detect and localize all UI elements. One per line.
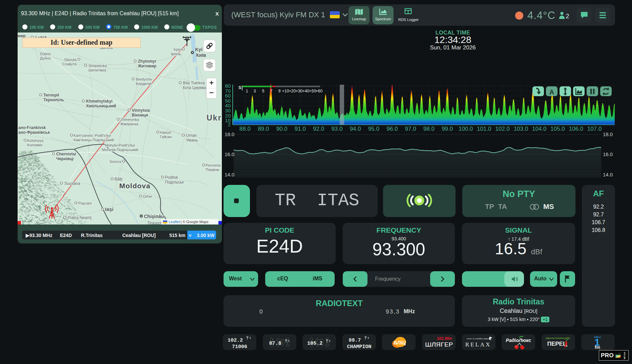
- svg-text:101.9fm: 101.9fm: [437, 336, 452, 341]
- svg-text:103.0: 103.0: [514, 126, 528, 132]
- svg-text:Chişinău: Chişinău: [144, 214, 164, 219]
- svg-text:100.0: 100.0: [459, 126, 473, 132]
- svg-text:107.0: 107.0: [587, 126, 602, 132]
- svg-text:2: 2: [228, 122, 231, 127]
- svg-text:Шепетівка: Шепетівка: [88, 68, 106, 72]
- svg-text:1: 1: [246, 89, 248, 93]
- svg-text:Kam'yanets'-Podil's'kyi: Kam'yanets'-Podil's'kyi: [73, 133, 111, 137]
- svg-text:Bila Tserkva: Bila Tserkva: [183, 81, 205, 85]
- svg-text:ПЕРЕЦ: ПЕРЕЦ: [547, 341, 567, 347]
- svg-text:Ukra: Ukra: [207, 113, 222, 122]
- svg-text:+50: +50: [309, 89, 316, 93]
- svg-text:Soroca: Soroca: [109, 159, 122, 164]
- svg-text:Haisyn: Haisyn: [160, 130, 171, 134]
- svg-text:1: 1: [329, 339, 331, 342]
- svg-text:18.0: 18.0: [603, 131, 613, 137]
- svg-text:Podilsk: Podilsk: [165, 175, 178, 180]
- svg-text:Moldova: Moldova: [119, 182, 150, 190]
- svg-text:Tiraspol: Tiraspol: [147, 221, 162, 224]
- svg-text:9: 9: [278, 89, 281, 93]
- svg-text:Житомир: Житомир: [138, 64, 156, 68]
- svg-text:RELAX: RELAX: [465, 341, 491, 348]
- svg-text:14.0: 14.0: [225, 172, 234, 177]
- svg-text:89.0: 89.0: [258, 126, 269, 132]
- svg-text:Paşcani: Paşcani: [78, 201, 91, 205]
- svg-text:Piatra Neamţ: Piatra Neamţ: [68, 215, 92, 220]
- svg-text:ШЛЯГЕР: ШЛЯГЕР: [425, 341, 453, 348]
- svg-text:Бердичів: Бердичів: [136, 82, 151, 86]
- svg-text:94.0: 94.0: [350, 126, 361, 132]
- svg-text:1: 1: [249, 336, 251, 339]
- svg-text:Mohyliv-Podil's'kyi: Mohyliv-Podil's'kyi: [105, 143, 135, 147]
- svg-text:Bălţi: Bălţi: [114, 177, 122, 181]
- svg-text:| © Google Maps: | © Google Maps: [181, 220, 209, 224]
- svg-text:1: 1: [288, 339, 290, 342]
- svg-text:Київ: Київ: [196, 52, 206, 58]
- svg-text:ано-Франківськ: ано-Франківськ: [18, 130, 50, 135]
- svg-text:16.0: 16.0: [603, 151, 613, 157]
- svg-text:Коломия: Коломия: [27, 143, 42, 147]
- svg-text:+30: +30: [296, 89, 303, 93]
- svg-text:3: 3: [254, 89, 256, 93]
- svg-text:+60: +60: [316, 89, 323, 93]
- svg-text:106.0: 106.0: [569, 126, 584, 132]
- svg-text:18.0: 18.0: [225, 131, 234, 137]
- svg-text:Умань: Умань: [186, 138, 198, 143]
- svg-text:Ірпінь: Ірпінь: [171, 52, 181, 56]
- svg-text:96.0: 96.0: [386, 126, 398, 132]
- svg-text:Біла Церква: Біла Церква: [183, 85, 206, 90]
- svg-text:101.0: 101.0: [477, 126, 491, 132]
- svg-text:Тернопіль: Тернопіль: [43, 98, 64, 102]
- svg-text:TV: TV: [616, 355, 620, 358]
- svg-text:Первом: Первом: [206, 168, 219, 172]
- svg-text:Жмеринка: Жмеринка: [120, 122, 139, 126]
- svg-text:Slavuta: Slavuta: [64, 58, 77, 62]
- svg-text:14.0: 14.0: [603, 172, 613, 177]
- svg-text:Kyi: Kyi: [195, 47, 203, 52]
- svg-text:Leaflet: Leaflet: [169, 220, 180, 224]
- svg-text:Хмельницький: Хмельницький: [86, 104, 116, 108]
- svg-text:Могилів-Подільський: Могилів-Подільський: [102, 148, 138, 152]
- svg-text:Irpin: Irpin: [174, 47, 181, 51]
- svg-text:Чернівці: Чернівці: [56, 156, 73, 161]
- svg-text:S: S: [238, 85, 241, 90]
- svg-text:97.0: 97.0: [405, 126, 416, 132]
- svg-text:Zhmerynka: Zhmerynka: [120, 117, 139, 122]
- svg-text:Iaşi: Iaşi: [105, 206, 113, 212]
- svg-text:88.0: 88.0: [239, 126, 251, 132]
- svg-text:95.0: 95.0: [368, 126, 379, 132]
- svg-text:Berdychiv: Berdychiv: [136, 77, 152, 81]
- svg-text:102.0: 102.0: [495, 126, 510, 132]
- svg-text:Chernivtsi: Chernivtsi: [56, 152, 76, 156]
- svg-text:Shepetivka: Shepetivka: [88, 64, 107, 68]
- svg-text:РадіоЛюкс: РадіоЛюкс: [506, 338, 531, 343]
- svg-text:Dubno: Dubno: [40, 52, 51, 56]
- svg-text:Vinnytsia: Vinnytsia: [132, 108, 150, 113]
- svg-text:+20: +20: [289, 89, 296, 93]
- svg-text:Suceava: Suceava: [64, 181, 80, 186]
- svg-text:92.0: 92.0: [313, 126, 324, 132]
- svg-text:гірка та стильна радіо: гірка та стильна радіо: [546, 337, 570, 340]
- svg-text:Pervoma: Pervoma: [206, 163, 221, 167]
- svg-text:16.0: 16.0: [225, 151, 234, 157]
- svg-text:99.0: 99.0: [442, 126, 453, 132]
- svg-text:легке та спокійне радіо: легке та спокійне радіо: [467, 338, 489, 340]
- svg-text:Подільськ: Подільськ: [165, 180, 184, 185]
- svg-text:93.0: 93.0: [331, 126, 342, 132]
- svg-text:ano-Frankivsk: ano-Frankivsk: [18, 125, 46, 130]
- svg-text:+40: +40: [302, 89, 310, 93]
- svg-text:105.0: 105.0: [550, 126, 565, 132]
- svg-text:7: 7: [270, 89, 273, 93]
- svg-text:Khmelnytskyi: Khmelnytskyi: [86, 99, 112, 104]
- svg-text:A: A: [549, 88, 554, 96]
- svg-text:Kolomyya: Kolomyya: [27, 138, 44, 143]
- svg-text:Дубно: Дубно: [40, 56, 51, 60]
- svg-text:90.0: 90.0: [276, 126, 287, 132]
- svg-text:БЛіЦ: БЛіЦ: [394, 340, 406, 345]
- svg-text:5: 5: [262, 89, 265, 93]
- svg-text:104.0: 104.0: [532, 126, 547, 132]
- svg-text:Гайсин: Гайсин: [160, 135, 172, 139]
- svg-text:Вінниця: Вінниця: [132, 113, 148, 117]
- svg-text:Славута: Славута: [62, 62, 77, 66]
- svg-text:fm: fm: [595, 345, 600, 350]
